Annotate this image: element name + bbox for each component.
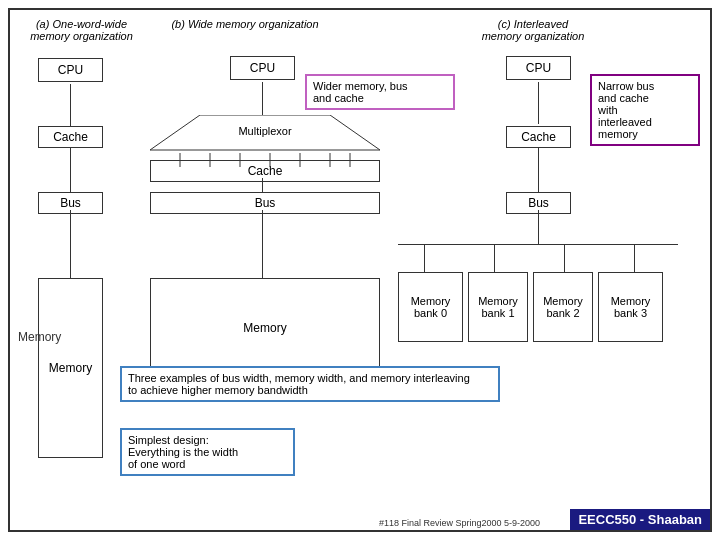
line-cache-c-bus	[538, 148, 539, 192]
svg-text:Multiplexor: Multiplexor	[238, 125, 292, 137]
line-cache-a-bus	[70, 148, 71, 192]
bus-b: Bus	[150, 192, 380, 214]
footer-sub: #118 Final Review Spring2000 5-9-2000	[379, 518, 540, 528]
line-cpu-a-cache	[70, 84, 71, 126]
annotation-three-examples: Three examples of bus width, memory widt…	[120, 366, 500, 402]
line-cpu-c-cache	[538, 82, 539, 124]
multiplexor-shape: Multiplexor	[150, 115, 380, 153]
line-bank3-down	[634, 244, 635, 272]
line-bus-c-fanout	[538, 210, 539, 245]
memory-bank-2: Memory bank 2	[533, 272, 593, 342]
line-bus-b-memory	[262, 210, 263, 278]
section-a-label: (a) One-word-wide memory organization	[24, 18, 139, 42]
cpu-b: CPU	[230, 56, 295, 80]
memory-bank-0: Memory bank 0	[398, 272, 463, 342]
wide-bus-marks	[150, 153, 380, 168]
line-bank1-down	[494, 244, 495, 272]
cpu-c: CPU	[506, 56, 571, 80]
memory-side-label: Memory	[18, 330, 61, 344]
footer-main: EECC550 - Shaaban	[570, 509, 710, 530]
memory-a: Memory	[38, 278, 103, 458]
cache-c: Cache	[506, 126, 571, 148]
line-fanout-h	[398, 244, 678, 245]
line-bank0-down	[424, 244, 425, 272]
memory-b: Memory	[150, 278, 380, 378]
cache-a: Cache	[38, 126, 103, 148]
memory-bank-3: Memory bank 3	[598, 272, 663, 342]
annotation-simplest: Simplest design:Everything is the widtho…	[120, 428, 295, 476]
section-c-label: (c) Interleaved memory organization	[458, 18, 608, 42]
section-b-label: (b) Wide memory organization	[165, 18, 325, 30]
main-container: (a) One-word-wide memory organization (b…	[8, 8, 712, 532]
annotation-narrow: Narrow busand cachewithinterleavedmemory	[590, 74, 700, 146]
line-bus-a-memory	[70, 210, 71, 278]
annotation-wider: Wider memory, busand cache	[305, 74, 455, 110]
cpu-a: CPU	[38, 58, 103, 82]
line-bank2-down	[564, 244, 565, 272]
memory-bank-1: Memory bank 1	[468, 272, 528, 342]
